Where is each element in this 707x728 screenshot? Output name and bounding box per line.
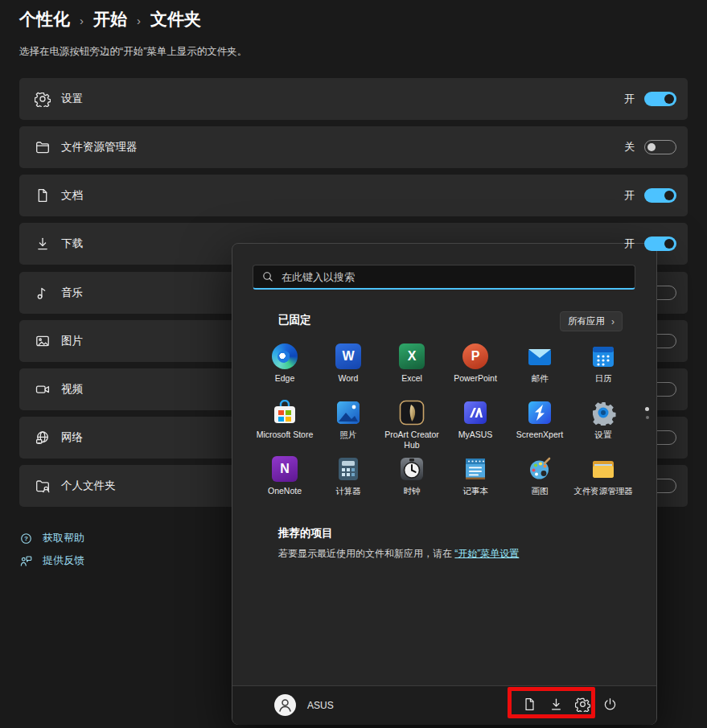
powerpoint-icon: P bbox=[462, 343, 488, 369]
app-tile-screenxpert[interactable]: ScreenXpert bbox=[506, 400, 573, 440]
all-apps-button[interactable]: 所有应用 › bbox=[560, 311, 623, 331]
document-icon bbox=[35, 187, 51, 204]
row-documents: 文档 开 bbox=[19, 175, 688, 216]
word-icon: W bbox=[335, 343, 361, 369]
word-letter: W bbox=[335, 343, 361, 369]
user-account-button[interactable]: ASUS bbox=[274, 694, 334, 716]
user-name: ASUS bbox=[307, 700, 334, 711]
app-tile-proart[interactable]: ProArt Creator Hub bbox=[378, 400, 446, 450]
start-settings-link[interactable]: “开始”菜单设置 bbox=[454, 548, 519, 559]
personal-folder-icon bbox=[35, 478, 51, 494]
page-subtitle: 选择在电源按钮旁边的“开始”菜单上显示的文件夹。 bbox=[19, 45, 247, 59]
app-tile-edge[interactable]: Edge bbox=[251, 343, 319, 384]
file-explorer-toggle[interactable] bbox=[644, 140, 676, 154]
chevron-right-icon: › bbox=[80, 12, 84, 27]
app-label: OneNote bbox=[251, 486, 319, 496]
video-icon bbox=[35, 381, 51, 397]
gear-icon bbox=[35, 91, 51, 107]
app-tile-file-explorer[interactable]: 文件资源管理器 bbox=[569, 456, 637, 496]
toggle-state-label: 关 bbox=[624, 140, 635, 154]
app-label: 邮件 bbox=[506, 373, 573, 384]
settings-window: 个性化 › 开始 › 文件夹 选择在电源按钮旁边的“开始”菜单上显示的文件夹。 … bbox=[0, 0, 707, 728]
row-label: 文档 bbox=[61, 188, 624, 203]
app-label: 设置 bbox=[569, 430, 637, 440]
search-input[interactable] bbox=[282, 271, 627, 283]
give-feedback-link[interactable]: 提供反馈 bbox=[19, 553, 84, 568]
app-tile-clock[interactable]: 时钟 bbox=[378, 456, 446, 496]
chevron-right-icon: › bbox=[611, 316, 615, 327]
excel-letter: X bbox=[399, 343, 425, 369]
svg-text:?: ? bbox=[24, 535, 28, 542]
help-icon: ? bbox=[19, 532, 33, 545]
app-label: Microsoft Store bbox=[251, 430, 319, 440]
give-feedback-label: 提供反馈 bbox=[43, 553, 84, 568]
row-settings: 设置 开 bbox=[19, 78, 688, 120]
start-search-box[interactable] bbox=[253, 265, 635, 290]
calendar-icon bbox=[590, 343, 616, 369]
app-tile-calendar[interactable]: 日历 bbox=[569, 343, 637, 384]
settings-toggle[interactable] bbox=[644, 92, 676, 106]
paint-icon bbox=[527, 456, 553, 482]
breadcrumb: 个性化 › 开始 › 文件夹 bbox=[19, 8, 201, 31]
app-label: Word bbox=[314, 373, 382, 384]
settings-shortcut-button[interactable] bbox=[571, 693, 594, 715]
documents-shortcut-button[interactable] bbox=[518, 693, 541, 715]
toggle-state-label: 开 bbox=[624, 92, 635, 106]
app-label: MyASUS bbox=[442, 430, 509, 440]
excel-icon: X bbox=[399, 343, 425, 369]
app-tile-excel[interactable]: X Excel bbox=[378, 343, 446, 384]
feedback-icon bbox=[19, 554, 33, 568]
app-label: Excel bbox=[378, 373, 446, 384]
app-label: 文件资源管理器 bbox=[569, 486, 637, 496]
downloads-toggle[interactable] bbox=[644, 236, 676, 251]
app-label: 日历 bbox=[569, 373, 637, 384]
app-label: 时钟 bbox=[378, 486, 446, 496]
start-menu-bottom-bar: ASUS bbox=[232, 685, 656, 725]
app-tile-powerpoint[interactable]: P PowerPoint bbox=[442, 343, 509, 384]
app-tile-word[interactable]: W Word bbox=[314, 343, 382, 384]
store-icon bbox=[272, 400, 298, 426]
row-file-explorer: 文件资源管理器 关 bbox=[19, 126, 688, 168]
powerpoint-letter: P bbox=[462, 343, 488, 369]
start-menu: 已固定 所有应用 › Edge W Word X Excel P PowerPo… bbox=[232, 243, 657, 725]
downloads-shortcut-button[interactable] bbox=[545, 693, 567, 715]
myasus-icon bbox=[462, 400, 488, 426]
toggle-state-label: 开 bbox=[624, 236, 635, 251]
toggle-state-label: 开 bbox=[624, 188, 635, 203]
page-indicator-dots[interactable] bbox=[645, 407, 650, 419]
app-tile-myasus[interactable]: MyASUS bbox=[442, 400, 509, 440]
file-explorer-icon bbox=[590, 456, 616, 482]
app-tile-photos[interactable]: 照片 bbox=[314, 400, 382, 440]
photos-icon bbox=[335, 400, 361, 426]
download-icon bbox=[35, 236, 51, 252]
app-label: 照片 bbox=[314, 430, 382, 440]
get-help-link[interactable]: ? 获取帮助 bbox=[19, 531, 84, 545]
app-tile-notepad[interactable]: 记事本 bbox=[442, 456, 509, 496]
app-label: 计算器 bbox=[314, 486, 382, 496]
app-tile-paint[interactable]: 画图 bbox=[506, 456, 573, 496]
screenxpert-icon bbox=[527, 400, 553, 426]
app-tile-settings[interactable]: 设置 bbox=[569, 400, 637, 440]
pinned-section-label: 已固定 bbox=[278, 313, 311, 327]
app-tile-onenote[interactable]: N OneNote bbox=[251, 456, 319, 496]
app-label: PowerPoint bbox=[442, 373, 509, 384]
document-icon bbox=[522, 697, 537, 712]
settings-icon bbox=[590, 400, 616, 426]
avatar bbox=[274, 694, 296, 716]
app-label: Edge bbox=[251, 373, 319, 384]
app-tile-calculator[interactable]: 计算器 bbox=[314, 456, 382, 496]
breadcrumb-personalization[interactable]: 个性化 bbox=[19, 8, 70, 31]
app-tile-microsoft-store[interactable]: Microsoft Store bbox=[251, 400, 319, 440]
get-help-label: 获取帮助 bbox=[43, 531, 84, 545]
onenote-letter: N bbox=[272, 456, 298, 482]
app-label: ScreenXpert bbox=[506, 430, 573, 440]
recommended-hint-text: 若要显示最近使用的文件和新应用，请在 bbox=[278, 548, 452, 559]
download-icon bbox=[549, 697, 564, 712]
breadcrumb-start[interactable]: 开始 bbox=[93, 8, 127, 31]
proart-icon bbox=[399, 400, 425, 426]
app-tile-mail[interactable]: 邮件 bbox=[506, 343, 573, 384]
row-label: 设置 bbox=[61, 92, 624, 106]
documents-toggle[interactable] bbox=[644, 188, 676, 203]
power-icon bbox=[602, 697, 618, 712]
power-button[interactable] bbox=[598, 693, 621, 715]
